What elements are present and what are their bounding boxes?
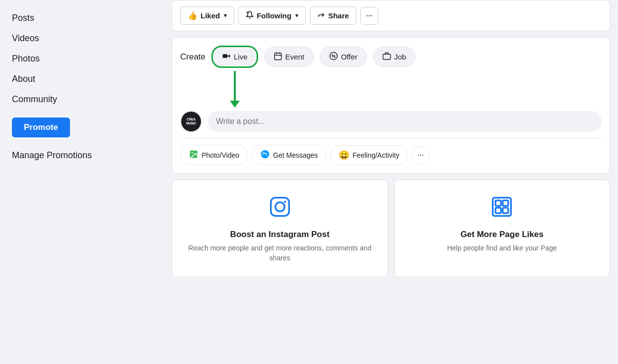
sidebar-item-photos-label: Photos [12,54,40,63]
following-button[interactable]: Following ▾ [238,6,306,25]
job-icon [382,52,391,62]
sidebar-item-community-label: Community [12,94,57,104]
promo-card-page-likes: Get More Page Likes Help people find and… [394,180,611,277]
share-icon [317,11,325,20]
share-button[interactable]: Share [310,6,356,25]
svg-rect-19 [503,200,508,206]
sidebar-item-photos[interactable]: Photos [6,49,158,69]
feeling-icon: 😀 [339,150,349,161]
svg-point-16 [284,201,286,203]
manage-promotions-label: Manage Promotions [12,150,92,160]
sidebar-item-videos[interactable]: Videos [6,28,158,49]
create-toolbar-top: Create Live Event [180,46,602,68]
svg-rect-21 [503,208,508,213]
svg-point-15 [275,202,284,211]
post-actions: Photo/Video Get Messages 😀 Feeling/Activ… [180,138,602,165]
messenger-icon [260,149,270,161]
write-post-section: CREAMUSIC [180,103,602,132]
offer-label: Offer [341,53,357,61]
svg-point-9 [334,57,335,58]
svg-rect-2 [275,53,281,60]
sidebar-item-about[interactable]: About [6,69,158,89]
page-likes-icon [491,196,513,223]
promote-button[interactable]: Promote [12,118,70,137]
svg-rect-14 [271,198,289,216]
svg-point-12 [192,152,193,154]
job-button[interactable]: Job [373,47,415,67]
following-label: Following [257,11,291,20]
post-more-icon: ··· [417,151,424,159]
boost-instagram-desc: Reach more people and get more reactions… [184,243,376,263]
svg-rect-0 [223,54,228,58]
live-label: Live [234,53,248,61]
feeling-activity-button[interactable]: 😀 Feeling/Activity [330,145,408,165]
create-label: Create [180,52,206,62]
photo-video-label: Photo/Video [202,151,239,159]
job-label: Job [394,53,406,61]
event-button[interactable]: Event [264,47,314,67]
page-avatar: CREAMUSIC [180,111,202,132]
liked-label: Liked [201,11,220,20]
get-messages-button[interactable]: Get Messages [252,145,326,165]
svg-rect-20 [495,208,501,213]
thumbs-up-icon: 👍 [188,11,198,20]
live-button[interactable]: Live [211,46,258,68]
feeling-activity-label: Feeling/Activity [352,151,399,159]
more-icon: ··· [366,11,372,20]
svg-rect-10 [383,54,391,60]
more-actions-button[interactable]: ··· [360,7,378,25]
svg-rect-18 [495,200,501,206]
instagram-icon [269,196,291,223]
svg-marker-1 [227,55,230,58]
write-post-input[interactable] [208,111,602,132]
page-likes-title: Get More Page Likes [461,230,544,240]
svg-point-8 [332,55,333,56]
following-chevron-icon: ▾ [295,12,298,19]
offer-icon [329,52,338,62]
liked-chevron-icon: ▾ [224,12,227,19]
offer-button[interactable]: Offer [320,47,367,67]
sidebar-item-posts-label: Posts [12,13,34,23]
post-more-button[interactable]: ··· [412,146,429,164]
photo-video-button[interactable]: Photo/Video [180,145,248,165]
boost-instagram-title: Boost an Instagram Post [230,230,330,240]
event-icon [274,52,282,62]
live-button-wrapper: Live [211,46,258,68]
create-toolbar: Create Live Event [172,37,610,174]
sidebar-item-videos-label: Videos [12,33,39,43]
camera-live-icon [222,52,231,62]
sidebar-item-posts[interactable]: Posts [6,8,158,28]
annotation-arrow [230,71,240,108]
arrow-head [230,101,240,108]
main-content: 👍 Liked ▾ Following ▾ Share ··· Create [164,0,618,364]
get-messages-label: Get Messages [273,151,318,159]
arrow-line [234,71,236,101]
action-bar: 👍 Liked ▾ Following ▾ Share ··· [172,0,610,31]
sidebar: Posts Videos Photos About Community Prom… [0,0,164,364]
page-likes-desc: Help people find and like your Page [447,243,557,253]
promo-cards: Boost an Instagram Post Reach more peopl… [172,180,610,277]
liked-button[interactable]: 👍 Liked ▾ [180,6,234,25]
page-logo: CREAMUSIC [181,112,201,131]
sidebar-item-manage-promotions[interactable]: Manage Promotions [6,145,158,166]
sidebar-item-about-label: About [12,74,35,84]
photo-video-icon [189,149,199,161]
share-label: Share [328,11,349,20]
bell-icon [246,11,254,20]
sidebar-item-community[interactable]: Community [6,89,158,110]
promo-card-instagram: Boost an Instagram Post Reach more peopl… [172,180,388,277]
event-label: Event [285,53,304,61]
